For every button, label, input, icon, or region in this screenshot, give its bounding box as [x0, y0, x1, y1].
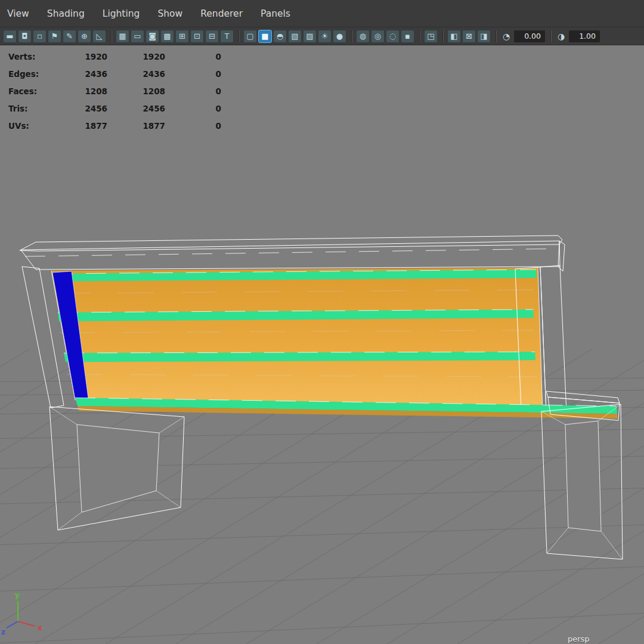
- toolbar-separator: [239, 30, 240, 42]
- bench-right-leg[interactable]: [541, 404, 623, 559]
- lock-camera-icon[interactable]: ◘: [18, 30, 32, 43]
- shaded-cube-icon[interactable]: ■: [258, 30, 272, 43]
- shaded-ball-icon[interactable]: ●: [333, 30, 346, 43]
- panel-toolbar: ▬◘▫⚑✎⊕◺▦▭◙▩⊞⊡⊟T▢■◓▧▨☀●◍◎◌▪◳◧⊠◨ ◔ 0.00 ◑ …: [0, 27, 644, 45]
- hud-label: UVs:: [8, 121, 45, 131]
- exposure-icon[interactable]: ◔: [500, 30, 512, 43]
- menu-show[interactable]: Show: [156, 6, 184, 21]
- gamma-icon[interactable]: ◑: [555, 30, 567, 43]
- grease-pencil-icon[interactable]: ◺: [92, 30, 106, 43]
- bench-top-rail[interactable]: [20, 236, 565, 271]
- toolbar-separator: [550, 30, 552, 42]
- axis-x-label: x: [38, 624, 42, 632]
- toolbar-separator: [442, 30, 444, 42]
- pan-zoom-icon[interactable]: ⊕: [78, 30, 91, 43]
- axis-gizmo: y x z: [1, 591, 42, 636]
- bookmark-icon[interactable]: ⚑: [48, 30, 61, 43]
- hud-value: 2436: [107, 69, 165, 79]
- exposure-value-field[interactable]: 0.00: [514, 30, 545, 42]
- hud-text-icon[interactable]: T: [220, 30, 234, 43]
- toolbar-separator: [496, 30, 497, 42]
- bench-backrest[interactable]: [51, 265, 566, 413]
- toolbar-groups: ▬◘▫⚑✎⊕◺▦▭◙▩⊞⊡⊟T▢■◓▧▨☀●◍◎◌▪◳◧⊠◨: [3, 30, 492, 43]
- poly-count-hud: Verts:192019200Edges:243624360Faces:1208…: [8, 48, 221, 134]
- axis-y-label: y: [15, 591, 20, 599]
- hud-label: Edges:: [8, 69, 45, 79]
- hud-value: 1920: [45, 52, 107, 61]
- wireframe-cube-icon[interactable]: ▢: [243, 30, 257, 43]
- hud-value: 1920: [107, 52, 165, 61]
- toolbar-separator: [351, 30, 352, 42]
- toolbar-separator: [111, 30, 112, 42]
- textured-cube-icon[interactable]: ▧: [288, 30, 302, 43]
- lights-icon[interactable]: ☀: [318, 30, 332, 43]
- hud-row-verts: Verts:192019200: [8, 48, 221, 65]
- hud-value: 0: [165, 86, 221, 96]
- hud-value: 1877: [107, 121, 165, 131]
- ssao-icon[interactable]: ◍: [356, 30, 370, 43]
- isolate-select-icon[interactable]: ◳: [424, 30, 438, 43]
- resolution-gate-icon[interactable]: ◙: [145, 30, 159, 43]
- hud-row-faces: Faces:120812080: [8, 82, 221, 100]
- material-ball-icon[interactable]: ◓: [273, 30, 287, 43]
- menu-renderer[interactable]: Renderer: [199, 6, 244, 21]
- hud-value: 2456: [45, 104, 107, 113]
- menu-panels[interactable]: Panels: [259, 6, 292, 21]
- menu-view[interactable]: View: [6, 6, 30, 21]
- hud-value: 1208: [107, 86, 165, 96]
- camera-attributes-icon[interactable]: ▫: [33, 30, 47, 43]
- gamma-value-field[interactable]: 1.00: [569, 30, 600, 42]
- hud-value: 0: [165, 121, 221, 131]
- hud-row-tris: Tris:245624560: [8, 100, 221, 117]
- camera-name-label: persp: [568, 634, 590, 643]
- hud-value: 2436: [45, 69, 107, 79]
- select-camera-icon[interactable]: ▬: [3, 30, 17, 43]
- axis-z-label: z: [1, 628, 5, 636]
- image-plane-icon[interactable]: ✎: [63, 30, 76, 43]
- hud-value: 2456: [107, 104, 165, 113]
- hud-value: 0: [165, 52, 221, 61]
- hud-value: 0: [165, 104, 221, 113]
- hud-label: Tris:: [8, 104, 45, 113]
- xray-active-icon[interactable]: ◨: [477, 30, 491, 43]
- hud-value: 1877: [45, 121, 107, 131]
- hud-row-uvs: UVs:187718770: [8, 117, 221, 134]
- anti-aliasing-icon[interactable]: ◌: [386, 30, 400, 43]
- xray-joints-icon[interactable]: ⊠: [462, 30, 476, 43]
- xray-icon[interactable]: ◧: [447, 30, 461, 43]
- bench-model[interactable]: [20, 236, 623, 559]
- safe-action-icon[interactable]: ⊡: [190, 30, 204, 43]
- hud-row-edges: Edges:243624360: [8, 65, 221, 82]
- menu-shading[interactable]: Shading: [46, 6, 86, 21]
- toolbar-separator: [419, 30, 420, 42]
- field-chart-icon[interactable]: ⊞: [175, 30, 189, 43]
- checker-texture-icon[interactable]: ▨: [303, 30, 317, 43]
- hud-label: Verts:: [8, 52, 45, 61]
- gate-mask-icon[interactable]: ▩: [160, 30, 174, 43]
- menu-lighting[interactable]: Lighting: [101, 6, 141, 21]
- grid-icon[interactable]: ▦: [116, 30, 129, 43]
- film-gate-icon[interactable]: ▭: [131, 30, 144, 43]
- bench-left-leg[interactable]: [49, 407, 184, 530]
- safe-title-icon[interactable]: ⊟: [205, 30, 219, 43]
- panel-menu-bar: ViewShadingLightingShowRendererPanels: [0, 0, 644, 27]
- hud-value: 0: [165, 69, 221, 79]
- hud-value: 1208: [45, 86, 107, 96]
- hud-label: Faces:: [8, 86, 45, 96]
- motion-blur-icon[interactable]: ◎: [371, 30, 385, 43]
- depth-of-field-icon[interactable]: ▪: [401, 30, 414, 43]
